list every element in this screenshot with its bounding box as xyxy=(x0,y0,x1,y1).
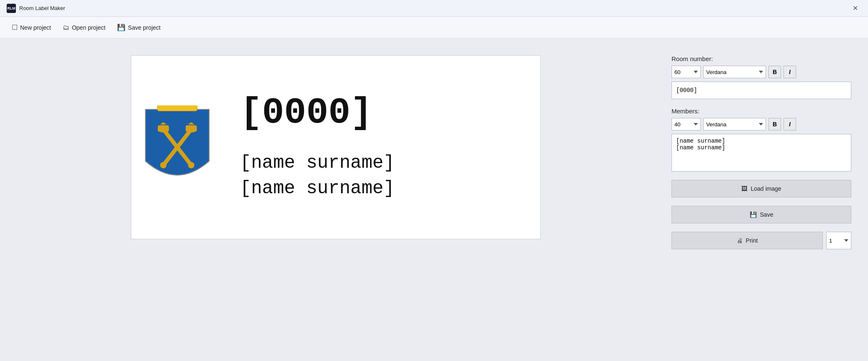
save-project-icon: 💾 xyxy=(117,23,125,31)
print-icon: 🖨 xyxy=(737,237,743,244)
members-preview: [name surname] [name surname] xyxy=(240,150,523,202)
room-number-input[interactable] xyxy=(671,82,851,99)
label-right: [0000] [name surname] [name surname] xyxy=(223,56,540,239)
room-number-font-select[interactable]: Verdana Arial Times New Roman Courier Ne… xyxy=(703,66,766,78)
svg-rect-8 xyxy=(157,105,197,111)
open-project-icon: 🗂 xyxy=(63,24,69,31)
preview-area: [0000] [name surname] [name surname] xyxy=(17,55,655,239)
label-card: [0000] [name surname] [name surname] xyxy=(131,55,541,239)
title-bar-left: RLM Room Label Maker xyxy=(7,4,65,13)
print-button[interactable]: 🖨 Print xyxy=(671,232,823,249)
app-logo: RLM xyxy=(7,4,16,13)
members-bold-button[interactable]: B xyxy=(768,118,781,131)
room-number-bold-button[interactable]: B xyxy=(768,66,781,78)
toolbar: ☐ New project 🗂 Open project 💾 Save proj… xyxy=(0,17,868,38)
member-line-2: [name surname] xyxy=(240,176,523,202)
svg-point-7 xyxy=(160,162,166,168)
room-number-preview: [0000] xyxy=(240,93,523,133)
room-number-controls: 60 40 48 72 96 Verdana Arial Times New R… xyxy=(671,66,851,78)
print-row: 🖨 Print 1 2 3 4 5 xyxy=(671,232,851,249)
new-project-button[interactable]: ☐ New project xyxy=(7,21,56,34)
open-project-label: Open project xyxy=(72,24,105,31)
save-project-button[interactable]: 💾 Save project xyxy=(112,21,166,34)
right-panel: Room number: 60 40 48 72 96 Verdana Aria… xyxy=(671,55,851,249)
main-content: [0000] [name surname] [name surname] Roo… xyxy=(0,38,868,361)
room-number-italic-button[interactable]: I xyxy=(784,66,796,78)
new-project-label: New project xyxy=(20,24,51,31)
app-title: Room Label Maker xyxy=(19,5,65,11)
print-label: Print xyxy=(746,237,758,244)
load-image-icon: 🖼 xyxy=(741,185,747,192)
members-label: Members: xyxy=(671,108,851,115)
members-textarea[interactable]: [name surname] [name surname] xyxy=(671,134,851,172)
save-label: Save xyxy=(760,211,774,218)
members-font-select[interactable]: Verdana Arial Times New Roman Courier Ne… xyxy=(703,118,766,131)
room-number-group: Room number: 60 40 48 72 96 Verdana Aria… xyxy=(671,55,851,99)
print-count-select[interactable]: 1 2 3 4 5 xyxy=(826,232,851,249)
load-image-label: Load image xyxy=(751,185,781,192)
members-italic-button[interactable]: I xyxy=(784,118,796,131)
open-project-button[interactable]: 🗂 Open project xyxy=(58,21,110,34)
member-line-1: [name surname] xyxy=(240,150,523,176)
save-button[interactable]: 💾 Save xyxy=(671,206,851,223)
room-number-label: Room number: xyxy=(671,55,851,62)
title-bar: RLM Room Label Maker ✕ xyxy=(0,0,868,17)
save-icon: 💾 xyxy=(750,211,757,218)
load-image-button[interactable]: 🖼 Load image xyxy=(671,180,851,197)
close-button[interactable]: ✕ xyxy=(849,3,861,14)
members-controls: 40 60 48 72 96 Verdana Arial Times New R… xyxy=(671,118,851,131)
coat-of-arms-image xyxy=(140,105,215,189)
svg-point-4 xyxy=(188,162,194,168)
svg-rect-6 xyxy=(186,125,197,132)
new-project-icon: ☐ xyxy=(12,23,18,31)
members-size-select[interactable]: 40 60 48 72 96 xyxy=(671,118,701,131)
members-group: Members: 40 60 48 72 96 Verdana Arial Ti… xyxy=(671,108,851,172)
save-project-label: Save project xyxy=(128,24,161,31)
svg-rect-3 xyxy=(158,125,169,132)
label-left xyxy=(131,56,223,239)
room-number-size-select[interactable]: 60 40 48 72 96 xyxy=(671,66,701,78)
